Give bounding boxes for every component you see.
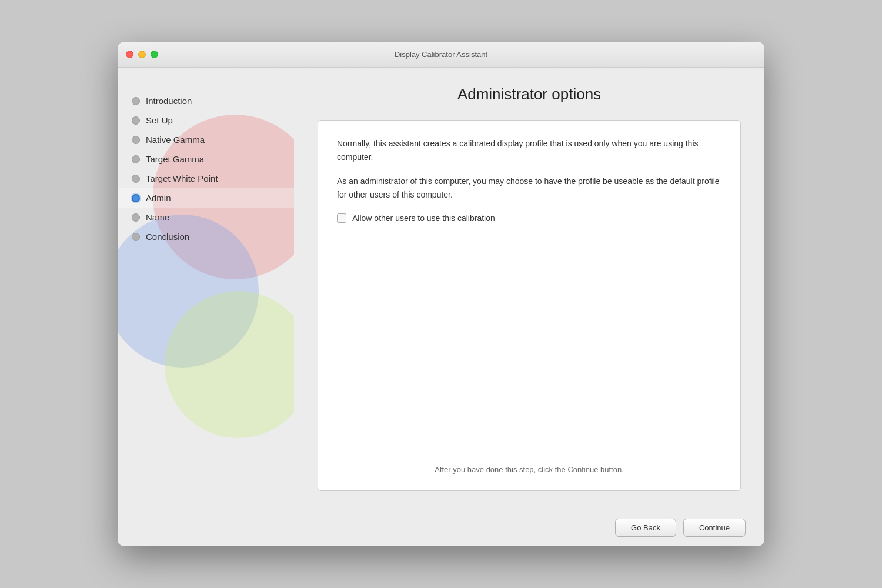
nav-label-target-gamma: Target Gamma <box>146 154 204 164</box>
sidebar-nav: Introduction Set Up Native Gamma Target … <box>118 85 294 246</box>
nav-label-setup: Set Up <box>146 115 173 125</box>
main-content: Administrator options Normally, this ass… <box>294 68 764 509</box>
sidebar-item-conclusion[interactable]: Conclusion <box>118 227 294 246</box>
content-area: Introduction Set Up Native Gamma Target … <box>118 68 764 509</box>
sidebar-item-setup[interactable]: Set Up <box>118 111 294 130</box>
content-box: Normally, this assistant creates a calib… <box>318 120 741 491</box>
step-footer-text: After you have done this step, click the… <box>337 453 721 474</box>
nav-dot-setup <box>132 116 140 125</box>
nav-dot-target-gamma <box>132 155 140 163</box>
nav-label-introduction: Introduction <box>146 96 192 106</box>
description-section: Normally, this assistant creates a calib… <box>337 137 721 223</box>
allow-other-users-checkbox[interactable] <box>337 213 346 223</box>
nav-label-name: Name <box>146 212 169 222</box>
description-paragraph-1: Normally, this assistant creates a calib… <box>337 137 721 164</box>
window: Display Calibrator Assistant Introductio… <box>118 42 764 546</box>
nav-dot-target-white-point <box>132 175 140 183</box>
go-back-button[interactable]: Go Back <box>615 519 676 537</box>
description-paragraph-2: As an administrator of this computer, yo… <box>337 175 721 202</box>
nav-dot-conclusion <box>132 233 140 241</box>
circle-green <box>165 291 294 438</box>
continue-button[interactable]: Continue <box>683 519 746 537</box>
window-title: Display Calibrator Assistant <box>395 50 487 59</box>
nav-label-native-gamma: Native Gamma <box>146 135 205 145</box>
nav-label-admin: Admin <box>146 193 171 203</box>
window-footer: Go Back Continue <box>118 509 764 546</box>
nav-label-target-white-point: Target White Point <box>146 173 218 183</box>
title-bar: Display Calibrator Assistant <box>118 42 764 68</box>
sidebar-item-admin[interactable]: Admin <box>118 188 294 208</box>
sidebar-item-name[interactable]: Name <box>118 208 294 227</box>
sidebar-item-native-gamma[interactable]: Native Gamma <box>118 130 294 149</box>
page-title: Administrator options <box>318 85 741 103</box>
sidebar: Introduction Set Up Native Gamma Target … <box>118 68 294 509</box>
traffic-lights <box>126 51 158 58</box>
sidebar-item-target-white-point[interactable]: Target White Point <box>118 169 294 188</box>
nav-dot-name <box>132 213 140 222</box>
allow-other-users-row[interactable]: Allow other users to use this calibratio… <box>337 213 721 223</box>
maximize-button[interactable] <box>151 51 158 58</box>
nav-dot-introduction <box>132 97 140 105</box>
close-button[interactable] <box>126 51 133 58</box>
minimize-button[interactable] <box>138 51 146 58</box>
sidebar-item-target-gamma[interactable]: Target Gamma <box>118 149 294 169</box>
sidebar-item-introduction[interactable]: Introduction <box>118 91 294 111</box>
allow-other-users-label: Allow other users to use this calibratio… <box>352 213 495 223</box>
nav-label-conclusion: Conclusion <box>146 232 189 242</box>
nav-dot-admin <box>132 194 140 202</box>
nav-dot-native-gamma <box>132 136 140 144</box>
